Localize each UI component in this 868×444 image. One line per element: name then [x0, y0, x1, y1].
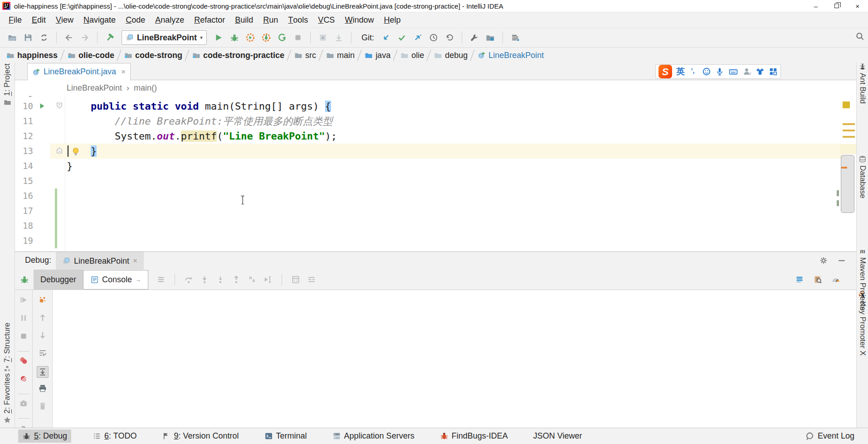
breadcrumb-src[interactable]: src: [293, 51, 318, 60]
soft-wrap-icon[interactable]: [38, 348, 47, 357]
forward-icon[interactable]: [79, 32, 91, 43]
menu-view[interactable]: View: [51, 12, 78, 28]
breadcrumb-linebreakpoint[interactable]: CLineBreakPoint: [476, 51, 546, 60]
statusbar-9-version-control[interactable]: 9: Version Control: [158, 430, 243, 443]
menu-code[interactable]: Code: [121, 12, 150, 28]
menu-build[interactable]: Build: [230, 12, 258, 28]
build-artifacts-icon[interactable]: [333, 32, 345, 43]
step-over-icon[interactable]: [184, 275, 193, 284]
menu-navigate[interactable]: Navigate: [78, 12, 121, 28]
breadcrumb-debug[interactable]: debug: [432, 51, 469, 60]
debug-icon[interactable]: [229, 32, 240, 43]
git-commit-icon[interactable]: [396, 32, 408, 43]
wrench-icon[interactable]: [468, 32, 480, 43]
coverage-icon[interactable]: [244, 32, 256, 43]
statusbar-application-servers[interactable]: Application Servers: [328, 430, 419, 443]
statusbar-6-todo[interactable]: 6: TODO: [88, 430, 141, 443]
rollback-icon[interactable]: [444, 32, 455, 43]
profile-icon[interactable]: [260, 32, 272, 43]
statusbar-findbugs-idea[interactable]: FindBugs-IDEA: [436, 430, 512, 443]
breadcrumb-method[interactable]: main(): [134, 83, 157, 93]
sogou-logo-icon[interactable]: S: [658, 65, 672, 78]
debug-icon[interactable]: [20, 275, 29, 284]
toolwindow-button-key-promoter-x[interactable]: XKey Promoter X: [857, 291, 868, 356]
grid-icon[interactable]: [769, 67, 778, 76]
run-configuration-select[interactable]: LineBreakPoint▾: [122, 30, 207, 45]
drop-frame-icon[interactable]: [248, 275, 257, 284]
threads-icon[interactable]: [795, 275, 804, 284]
pause-icon[interactable]: [19, 314, 28, 323]
minimize-button[interactable]: –: [805, 0, 826, 12]
run-to-cursor-icon[interactable]: [263, 275, 273, 284]
warning-stripe-mark[interactable]: [843, 130, 855, 131]
debug-tab-console[interactable]: Console→: [83, 270, 148, 290]
code-editor[interactable]: LineBreakPoint › main() 910 public stati…: [15, 80, 856, 251]
menu-run[interactable]: Run: [258, 12, 283, 28]
gear-icon[interactable]: [819, 256, 828, 265]
evaluate-icon[interactable]: [291, 275, 300, 284]
git-push-icon[interactable]: [412, 32, 424, 43]
breadcrumb-happiness[interactable]: happiness: [5, 51, 59, 60]
statusbar-terminal[interactable]: Terminal: [260, 430, 311, 443]
menu-tools[interactable]: Tools: [283, 12, 313, 28]
debug-tab-debugger[interactable]: Debugger: [34, 270, 83, 290]
menu-edit[interactable]: Edit: [27, 12, 51, 28]
breadcrumb-olie[interactable]: olie: [399, 51, 426, 60]
fold-up-icon[interactable]: [56, 147, 63, 154]
toolwindow-button-2-favorites[interactable]: 2: Favorites: [0, 373, 15, 424]
gauge-icon[interactable]: [831, 275, 840, 284]
down-stack-icon[interactable]: [38, 331, 47, 340]
hammer-icon[interactable]: [104, 32, 116, 43]
back-icon[interactable]: [63, 32, 75, 43]
menu-refactor[interactable]: Refactor: [189, 12, 230, 28]
thread-dump-icon[interactable]: [19, 399, 28, 408]
event-log-button[interactable]: Event Log: [805, 431, 854, 441]
close-icon[interactable]: ×: [121, 68, 126, 77]
breadcrumb-main[interactable]: main: [324, 51, 356, 60]
close-icon[interactable]: ×: [133, 256, 137, 265]
mute-breakpoints-icon[interactable]: [19, 374, 28, 383]
editor-tab-linebreakpoint[interactable]: C LineBreakPoint.java ×: [27, 63, 131, 80]
close-button[interactable]: ×: [847, 0, 868, 12]
scroll-end-icon[interactable]: [37, 366, 49, 378]
step-into-icon[interactable]: [200, 275, 209, 284]
menu-window[interactable]: Window: [340, 12, 379, 28]
sync-icon[interactable]: [38, 32, 50, 43]
fold-down-icon[interactable]: [56, 102, 63, 110]
warning-stripe-mark[interactable]: [841, 167, 847, 169]
force-step-into-icon[interactable]: [216, 275, 225, 284]
breadcrumb-olie-code[interactable]: olie-code: [66, 51, 116, 60]
run-icon[interactable]: [213, 32, 224, 43]
attach-icon[interactable]: [276, 32, 288, 43]
git-update-icon[interactable]: [380, 32, 392, 43]
search-everywhere-icon[interactable]: [855, 32, 864, 41]
run-gutter-icon[interactable]: [39, 102, 46, 110]
print-icon[interactable]: [38, 384, 47, 393]
trace-icon[interactable]: [307, 275, 316, 284]
clear-icon[interactable]: [38, 401, 47, 410]
restore-button[interactable]: [826, 0, 847, 12]
punctuation-icon[interactable]: ’,: [689, 67, 698, 76]
project-structure-icon[interactable]: [484, 32, 496, 43]
console-output-area[interactable]: [53, 290, 856, 428]
breadcrumb-class[interactable]: LineBreakPoint: [67, 83, 122, 93]
breadcrumb-java[interactable]: java: [363, 51, 392, 60]
menu-analyze[interactable]: Analyze: [150, 12, 189, 28]
resume-icon[interactable]: [19, 295, 28, 304]
warning-stripe-mark[interactable]: [843, 136, 855, 138]
view-breakpoints-icon[interactable]: [19, 356, 28, 365]
history-icon[interactable]: [428, 32, 439, 43]
menu-file[interactable]: File: [4, 12, 27, 28]
stop-icon[interactable]: [19, 332, 28, 341]
step-out-icon[interactable]: [232, 275, 241, 284]
update-application-icon[interactable]: [317, 32, 329, 43]
microphone-icon[interactable]: [715, 67, 724, 76]
analyze-stacktrace-icon[interactable]: [813, 275, 822, 284]
up-stack-icon[interactable]: [38, 313, 47, 322]
shirt-icon[interactable]: [756, 67, 765, 76]
ime-language-toggle[interactable]: 英: [676, 66, 685, 77]
inspection-status-marker[interactable]: [843, 101, 850, 108]
stop-icon[interactable]: [292, 32, 304, 43]
toolwindow-button-7-structure[interactable]: 7: Structure: [0, 323, 15, 372]
toolwindow-button-ant-build[interactable]: Ant Build: [857, 63, 868, 104]
